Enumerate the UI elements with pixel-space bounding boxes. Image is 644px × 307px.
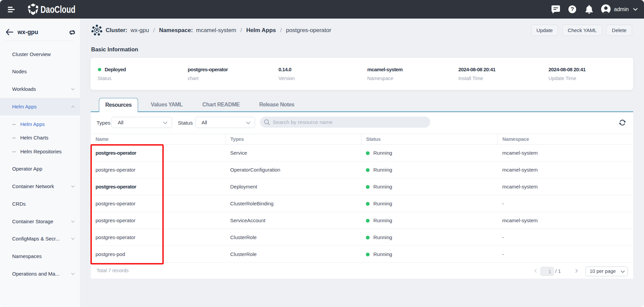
svg-text:?: ? [570, 6, 574, 12]
